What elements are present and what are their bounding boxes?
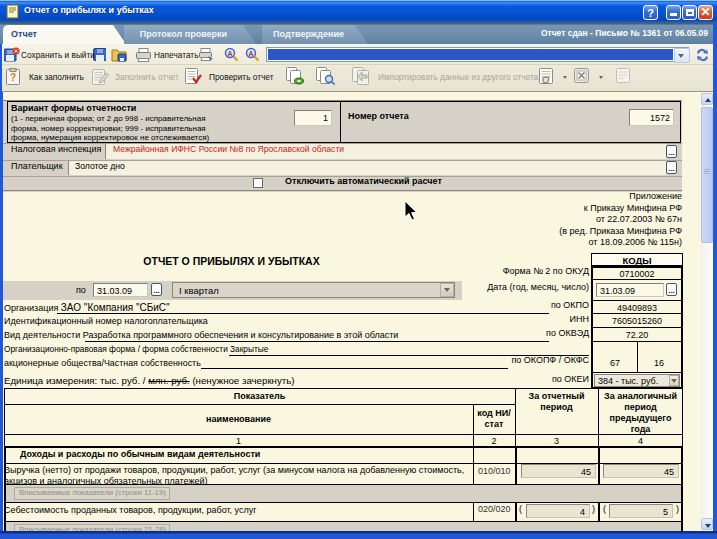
svg-text:А: А [227, 50, 232, 57]
svg-text:А: А [248, 50, 253, 57]
svg-text:?: ? [10, 72, 16, 83]
